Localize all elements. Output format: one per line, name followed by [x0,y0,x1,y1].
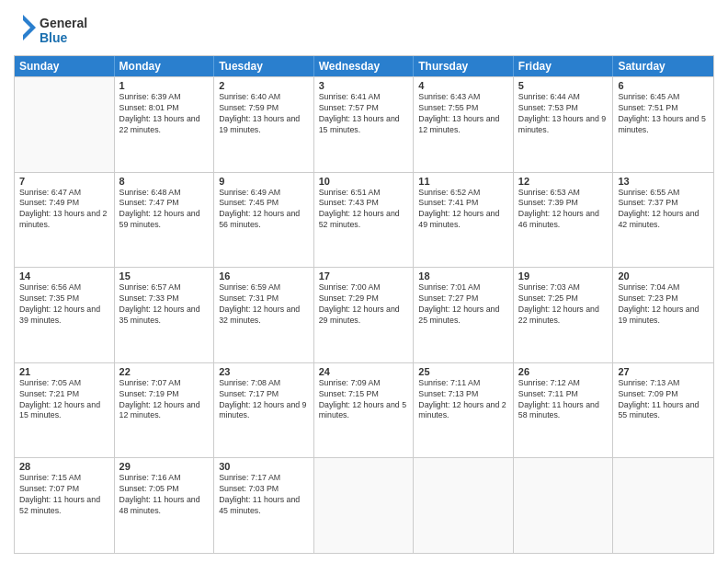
day-cell-23: 23Sunrise: 7:08 AM Sunset: 7:17 PM Dayli… [214,363,314,458]
calendar-header: SundayMondayTuesdayWednesdayThursdayFrid… [15,56,713,76]
day-number: 27 [618,366,709,377]
day-number: 1 [119,80,210,91]
day-cell-13: 13Sunrise: 6:55 AM Sunset: 7:37 PM Dayli… [613,173,713,268]
day-number: 22 [119,366,210,377]
day-number: 17 [319,270,409,282]
day-info: Sunrise: 7:17 AM Sunset: 7:03 PM Dayligh… [219,473,309,517]
calendar: SundayMondayTuesdayWednesdayThursdayFrid… [14,55,714,554]
day-cell-12: 12Sunrise: 6:53 AM Sunset: 7:39 PM Dayli… [514,173,614,268]
day-number: 19 [518,270,609,282]
day-cell-4: 4Sunrise: 6:43 AM Sunset: 7:55 PM Daylig… [414,77,514,172]
day-number: 14 [19,270,109,282]
day-number: 28 [19,461,109,472]
day-cell-15: 15Sunrise: 6:57 AM Sunset: 7:33 PM Dayli… [115,268,215,362]
day-cell-17: 17Sunrise: 7:00 AM Sunset: 7:29 PM Dayli… [314,268,415,362]
day-info: Sunrise: 6:39 AM Sunset: 8:01 PM Dayligh… [119,92,210,136]
calendar-week-1: 1Sunrise: 6:39 AM Sunset: 8:01 PM Daylig… [15,76,713,172]
day-info: Sunrise: 7:00 AM Sunset: 7:29 PM Dayligh… [319,282,409,327]
empty-cell [414,458,514,553]
calendar-week-4: 21Sunrise: 7:05 AM Sunset: 7:21 PM Dayli… [15,362,713,458]
day-cell-6: 6Sunrise: 6:45 AM Sunset: 7:51 PM Daylig… [613,77,713,172]
day-number: 2 [219,80,309,91]
header: GeneralBlue [14,9,714,48]
day-info: Sunrise: 6:56 AM Sunset: 7:35 PM Dayligh… [19,282,109,327]
day-cell-5: 5Sunrise: 6:44 AM Sunset: 7:53 PM Daylig… [514,77,614,172]
header-day-tuesday: Tuesday [214,56,314,76]
day-info: Sunrise: 6:57 AM Sunset: 7:33 PM Dayligh… [119,282,210,327]
day-info: Sunrise: 7:03 AM Sunset: 7:25 PM Dayligh… [518,282,609,327]
day-info: Sunrise: 7:15 AM Sunset: 7:07 PM Dayligh… [19,473,109,517]
day-info: Sunrise: 6:45 AM Sunset: 7:51 PM Dayligh… [618,92,709,136]
day-info: Sunrise: 6:40 AM Sunset: 7:59 PM Dayligh… [219,92,309,136]
day-number: 15 [119,270,210,282]
day-info: Sunrise: 7:01 AM Sunset: 7:27 PM Dayligh… [418,282,508,327]
day-info: Sunrise: 6:44 AM Sunset: 7:53 PM Dayligh… [518,92,609,136]
day-info: Sunrise: 6:51 AM Sunset: 7:43 PM Dayligh… [319,188,409,232]
calendar-body: 1Sunrise: 6:39 AM Sunset: 8:01 PM Daylig… [15,76,713,553]
day-info: Sunrise: 6:59 AM Sunset: 7:31 PM Dayligh… [219,282,309,327]
day-number: 6 [618,80,709,91]
day-cell-18: 18Sunrise: 7:01 AM Sunset: 7:27 PM Dayli… [414,268,514,362]
day-info: Sunrise: 6:47 AM Sunset: 7:49 PM Dayligh… [19,188,109,232]
day-number: 10 [319,176,409,187]
day-number: 26 [518,366,609,377]
day-cell-29: 29Sunrise: 7:16 AM Sunset: 7:05 PM Dayli… [115,458,215,553]
day-number: 9 [219,176,309,187]
day-info: Sunrise: 6:48 AM Sunset: 7:47 PM Dayligh… [119,188,210,232]
day-number: 18 [418,270,508,282]
day-number: 3 [319,80,409,91]
day-number: 13 [618,176,709,187]
day-number: 4 [418,80,508,91]
day-number: 29 [119,461,210,472]
day-cell-10: 10Sunrise: 6:51 AM Sunset: 7:43 PM Dayli… [314,173,415,268]
day-info: Sunrise: 7:08 AM Sunset: 7:17 PM Dayligh… [219,378,309,422]
day-cell-21: 21Sunrise: 7:05 AM Sunset: 7:21 PM Dayli… [15,363,115,458]
header-day-thursday: Thursday [414,56,514,76]
day-cell-11: 11Sunrise: 6:52 AM Sunset: 7:41 PM Dayli… [414,173,514,268]
day-info: Sunrise: 7:12 AM Sunset: 7:11 PM Dayligh… [518,378,609,422]
day-info: Sunrise: 6:49 AM Sunset: 7:45 PM Dayligh… [219,188,309,232]
calendar-week-5: 28Sunrise: 7:15 AM Sunset: 7:07 PM Dayli… [15,457,713,553]
day-info: Sunrise: 6:55 AM Sunset: 7:37 PM Dayligh… [618,188,709,232]
logo-svg: GeneralBlue [14,9,97,48]
day-info: Sunrise: 7:16 AM Sunset: 7:05 PM Dayligh… [119,473,210,517]
day-cell-28: 28Sunrise: 7:15 AM Sunset: 7:07 PM Dayli… [15,458,115,553]
day-number: 12 [518,176,609,187]
header-day-sunday: Sunday [15,56,115,76]
day-cell-27: 27Sunrise: 7:13 AM Sunset: 7:09 PM Dayli… [613,363,713,458]
day-cell-3: 3Sunrise: 6:41 AM Sunset: 7:57 PM Daylig… [314,77,415,172]
day-number: 20 [618,270,709,282]
day-number: 5 [518,80,609,91]
empty-cell [314,458,415,553]
header-day-wednesday: Wednesday [314,56,415,76]
logo: GeneralBlue [14,9,97,48]
day-number: 16 [219,270,309,282]
day-info: Sunrise: 7:05 AM Sunset: 7:21 PM Dayligh… [19,378,109,422]
day-cell-22: 22Sunrise: 7:07 AM Sunset: 7:19 PM Dayli… [115,363,215,458]
day-cell-2: 2Sunrise: 6:40 AM Sunset: 7:59 PM Daylig… [214,77,314,172]
day-info: Sunrise: 6:43 AM Sunset: 7:55 PM Dayligh… [418,92,508,136]
day-cell-30: 30Sunrise: 7:17 AM Sunset: 7:03 PM Dayli… [214,458,314,553]
calendar-week-2: 7Sunrise: 6:47 AM Sunset: 7:49 PM Daylig… [15,172,713,268]
day-cell-16: 16Sunrise: 6:59 AM Sunset: 7:31 PM Dayli… [214,268,314,362]
svg-text:Blue: Blue [40,30,68,45]
day-number: 8 [119,176,210,187]
day-number: 7 [19,176,109,187]
day-info: Sunrise: 7:04 AM Sunset: 7:23 PM Dayligh… [618,282,709,327]
day-cell-25: 25Sunrise: 7:11 AM Sunset: 7:13 PM Dayli… [414,363,514,458]
day-info: Sunrise: 7:07 AM Sunset: 7:19 PM Dayligh… [119,378,210,422]
day-number: 25 [418,366,508,377]
empty-cell [613,458,713,553]
day-cell-24: 24Sunrise: 7:09 AM Sunset: 7:15 PM Dayli… [314,363,415,458]
day-info: Sunrise: 6:53 AM Sunset: 7:39 PM Dayligh… [518,188,609,232]
header-day-saturday: Saturday [613,56,713,76]
header-day-monday: Monday [115,56,215,76]
day-number: 23 [219,366,309,377]
day-cell-19: 19Sunrise: 7:03 AM Sunset: 7:25 PM Dayli… [514,268,614,362]
day-cell-20: 20Sunrise: 7:04 AM Sunset: 7:23 PM Dayli… [613,268,713,362]
day-cell-7: 7Sunrise: 6:47 AM Sunset: 7:49 PM Daylig… [15,173,115,268]
calendar-page: GeneralBlue SundayMondayTuesdayWednesday… [0,0,728,563]
day-info: Sunrise: 6:41 AM Sunset: 7:57 PM Dayligh… [319,92,409,136]
day-info: Sunrise: 7:13 AM Sunset: 7:09 PM Dayligh… [618,378,709,422]
day-info: Sunrise: 7:11 AM Sunset: 7:13 PM Dayligh… [418,378,508,422]
